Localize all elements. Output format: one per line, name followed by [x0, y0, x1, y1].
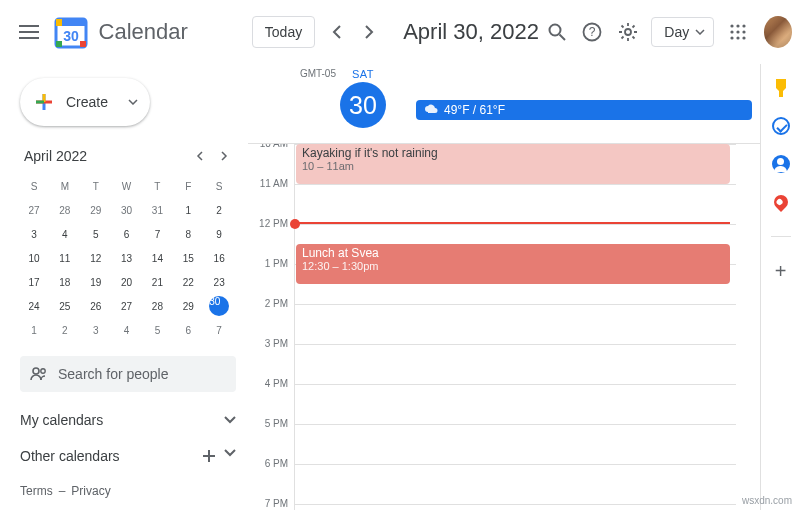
main-menu-button[interactable] — [8, 8, 51, 56]
keep-button[interactable] — [771, 78, 791, 98]
chevron-down-icon — [224, 449, 236, 457]
mini-cal-next[interactable] — [212, 144, 236, 168]
mini-cal-day[interactable]: 29 — [174, 294, 202, 318]
view-selector[interactable]: Day — [651, 17, 714, 47]
hour-slot[interactable] — [295, 344, 736, 384]
tasks-icon — [772, 117, 790, 135]
current-time-indicator — [295, 222, 730, 224]
account-avatar[interactable] — [764, 16, 792, 48]
mini-cal-day[interactable]: 25 — [51, 294, 79, 318]
mini-cal-day[interactable]: 12 — [82, 246, 110, 270]
mini-cal-day[interactable]: 9 — [205, 222, 233, 246]
weather-chip[interactable]: 49°F / 61°F — [416, 100, 752, 120]
calendar-event[interactable]: Kayaking if it's not raining10 – 11am — [296, 144, 730, 184]
mini-cal-day[interactable]: 30 — [205, 294, 233, 318]
mini-cal-day[interactable]: 1 — [174, 198, 202, 222]
svg-text:?: ? — [589, 25, 596, 39]
hour-slot[interactable] — [295, 424, 736, 464]
next-day-button[interactable] — [353, 16, 385, 48]
mini-cal-day[interactable]: 6 — [113, 222, 141, 246]
contacts-button[interactable] — [771, 154, 791, 174]
mini-cal-day[interactable]: 13 — [113, 246, 141, 270]
mini-cal-day[interactable]: 5 — [82, 222, 110, 246]
mini-cal-day[interactable]: 26 — [82, 294, 110, 318]
mini-cal-day[interactable]: 29 — [82, 198, 110, 222]
terms-link[interactable]: Terms — [20, 484, 53, 498]
mini-cal-day[interactable]: 31 — [143, 198, 171, 222]
mini-cal-day[interactable]: 10 — [20, 246, 48, 270]
search-button[interactable] — [539, 12, 574, 52]
mini-cal-day[interactable]: 19 — [82, 270, 110, 294]
hour-slot[interactable] — [295, 504, 736, 510]
mini-cal-day[interactable]: 3 — [82, 318, 110, 342]
today-button[interactable]: Today — [252, 16, 315, 48]
mini-cal-day[interactable]: 7 — [205, 318, 233, 342]
footer-links: Terms – Privacy — [20, 472, 236, 510]
side-panel-divider — [771, 236, 791, 237]
search-people-input[interactable]: Search for people — [20, 356, 236, 392]
help-button[interactable]: ? — [574, 12, 609, 52]
svg-rect-5 — [56, 19, 62, 26]
privacy-link[interactable]: Privacy — [71, 484, 110, 498]
svg-point-19 — [33, 368, 39, 374]
side-panel: + — [760, 64, 800, 510]
weather-text: 49°F / 61°F — [444, 103, 505, 117]
mini-cal-day[interactable]: 20 — [113, 270, 141, 294]
settings-button[interactable] — [610, 12, 645, 52]
mini-cal-day[interactable]: 30 — [113, 198, 141, 222]
create-label: Create — [66, 94, 108, 110]
tasks-button[interactable] — [771, 116, 791, 136]
other-calendars-toggle[interactable]: Other calendars — [20, 448, 236, 464]
chevron-down-icon — [224, 416, 236, 424]
mini-cal-day[interactable]: 18 — [51, 270, 79, 294]
plus-icon[interactable] — [202, 449, 216, 463]
mini-cal-day[interactable]: 23 — [205, 270, 233, 294]
mini-cal-day[interactable]: 28 — [143, 294, 171, 318]
hour-slot[interactable] — [295, 304, 736, 344]
calendar-event[interactable]: Lunch at Svea12:30 – 1:30pm — [296, 244, 730, 284]
my-calendars-toggle[interactable]: My calendars — [20, 412, 236, 428]
grid-lines[interactable]: Kayaking if it's not raining10 – 11amLun… — [294, 144, 736, 510]
maps-button[interactable] — [771, 192, 791, 212]
mini-cal-day[interactable]: 7 — [143, 222, 171, 246]
mini-cal-day[interactable]: 8 — [174, 222, 202, 246]
allday-row[interactable]: 49°F / 61°F — [416, 68, 760, 120]
people-icon — [30, 367, 48, 381]
mini-cal-day[interactable]: 15 — [174, 246, 202, 270]
create-button[interactable]: Create — [20, 78, 150, 126]
mini-cal-day[interactable]: 5 — [143, 318, 171, 342]
hour-slot[interactable] — [295, 464, 736, 504]
mini-cal-day[interactable]: 24 — [20, 294, 48, 318]
mini-cal-prev[interactable] — [188, 144, 212, 168]
mini-cal-grid[interactable]: SMTWTFS272829303112345678910111213141516… — [20, 174, 236, 342]
mini-cal-day[interactable]: 16 — [205, 246, 233, 270]
day-number: 30 — [340, 82, 386, 128]
mini-cal-day[interactable]: 11 — [51, 246, 79, 270]
svg-rect-3 — [80, 41, 86, 47]
mini-cal-day[interactable]: 6 — [174, 318, 202, 342]
mini-cal-day[interactable]: 3 — [20, 222, 48, 246]
search-people-placeholder: Search for people — [58, 366, 169, 382]
add-addon-button[interactable]: + — [771, 261, 791, 281]
apps-button[interactable] — [720, 12, 755, 52]
day-column-header[interactable]: SAT 30 — [340, 68, 386, 128]
mini-cal-day[interactable]: 2 — [51, 318, 79, 342]
mini-cal-day[interactable]: 17 — [20, 270, 48, 294]
mini-cal-day[interactable]: 14 — [143, 246, 171, 270]
mini-cal-day[interactable]: 28 — [51, 198, 79, 222]
mini-cal-day[interactable]: 1 — [20, 318, 48, 342]
mini-cal-day[interactable]: 4 — [51, 222, 79, 246]
hour-slot[interactable] — [295, 184, 736, 224]
event-title: Kayaking if it's not raining — [302, 146, 724, 160]
mini-cal-day[interactable]: 21 — [143, 270, 171, 294]
time-grid[interactable]: 10 AM11 AM12 PM1 PM2 PM3 PM4 PM5 PM6 PM7… — [248, 144, 760, 510]
hour-slot[interactable] — [295, 384, 736, 424]
prev-day-button[interactable] — [321, 16, 353, 48]
svg-point-12 — [742, 24, 745, 27]
mini-cal-day[interactable]: 4 — [113, 318, 141, 342]
mini-cal-day[interactable]: 27 — [20, 198, 48, 222]
mini-cal-day[interactable]: 22 — [174, 270, 202, 294]
mini-cal-day[interactable]: 2 — [205, 198, 233, 222]
mini-cal-day[interactable]: 27 — [113, 294, 141, 318]
mini-cal-title: April 2022 — [20, 148, 87, 164]
